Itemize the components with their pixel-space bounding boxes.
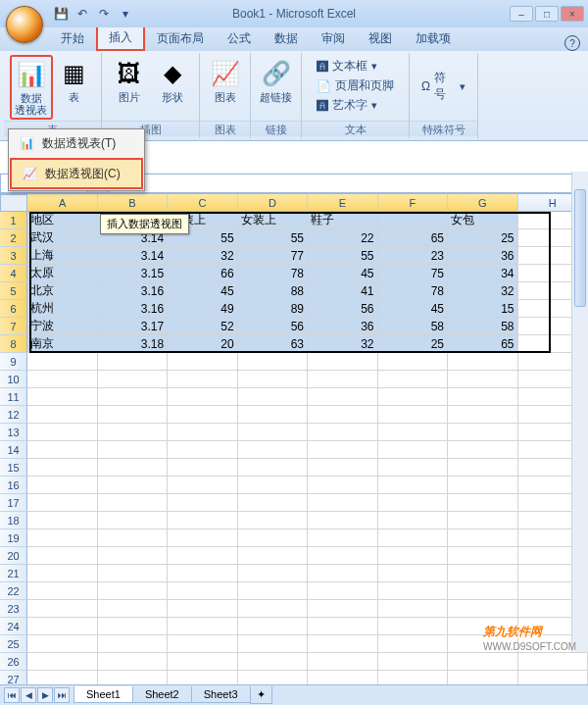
cell[interactable] [308, 565, 377, 582]
cell[interactable] [98, 494, 168, 512]
tab-nav-first[interactable]: ⏮ [4, 687, 20, 703]
cell[interactable] [378, 618, 448, 635]
cell[interactable] [378, 565, 448, 582]
cell[interactable] [378, 653, 448, 671]
cell[interactable] [168, 459, 237, 477]
cell[interactable] [27, 529, 97, 547]
cell[interactable] [168, 441, 237, 459]
cell[interactable]: 25 [378, 335, 448, 353]
cell[interactable]: 66 [168, 265, 237, 282]
tab-nav-next[interactable]: ▶ [37, 687, 53, 703]
tab-addins[interactable]: 加载项 [404, 26, 463, 51]
symbol-button[interactable]: Ω符号 ▾ [417, 69, 469, 104]
cell[interactable]: 75 [378, 265, 448, 282]
menu-pivot-chart[interactable]: 📈 数据透视图(C) [10, 158, 143, 189]
cell[interactable]: 武汉 [27, 229, 97, 247]
cell[interactable] [308, 353, 377, 371]
cell[interactable]: 太原 [27, 265, 97, 282]
row-header[interactable]: 9 [0, 353, 27, 371]
cell[interactable]: 58 [378, 318, 448, 335]
picture-button[interactable]: 🖼 图片 [108, 55, 151, 106]
cell[interactable]: 杭州 [27, 300, 97, 318]
cell[interactable] [308, 406, 377, 424]
cell[interactable]: 3.16 [98, 282, 168, 300]
cell[interactable] [27, 371, 97, 388]
cell[interactable] [238, 653, 308, 671]
cell[interactable] [27, 618, 97, 635]
tab-formulas[interactable]: 公式 [216, 26, 263, 51]
cell[interactable] [378, 582, 448, 600]
cell[interactable]: 34 [448, 265, 517, 282]
row-header[interactable]: 8 [0, 335, 27, 353]
cell[interactable]: 地区 [27, 212, 97, 229]
cell[interactable] [98, 371, 168, 388]
row-header[interactable]: 21 [0, 565, 27, 582]
cell[interactable] [27, 547, 97, 565]
row-header[interactable]: 16 [0, 477, 27, 494]
cell[interactable] [168, 582, 237, 600]
help-button[interactable]: ? [564, 35, 580, 51]
cell[interactable]: 41 [308, 282, 377, 300]
cell[interactable] [168, 671, 237, 684]
row-header[interactable]: 26 [0, 653, 27, 671]
row-header[interactable]: 24 [0, 618, 27, 635]
tab-home[interactable]: 开始 [49, 26, 96, 51]
cell[interactable] [27, 353, 97, 371]
sheet-tab-2[interactable]: Sheet2 [132, 686, 192, 703]
cell[interactable] [98, 477, 168, 494]
cell[interactable] [27, 477, 97, 494]
cell[interactable] [168, 547, 237, 565]
cell[interactable] [168, 388, 237, 406]
col-A[interactable]: A [27, 194, 97, 212]
cell[interactable] [308, 388, 377, 406]
cell[interactable]: 20 [168, 335, 237, 353]
cell[interactable] [168, 371, 237, 388]
minimize-button[interactable]: – [510, 6, 533, 22]
cell[interactable] [168, 353, 237, 371]
cell[interactable]: 3.14 [98, 247, 168, 265]
row-header[interactable]: 17 [0, 494, 27, 512]
new-sheet-button[interactable]: ✦ [250, 686, 272, 704]
cell[interactable]: 52 [168, 318, 237, 335]
cell[interactable] [238, 371, 308, 388]
tab-insert[interactable]: 插入 [96, 25, 145, 51]
cell[interactable] [378, 529, 448, 547]
cell[interactable] [378, 212, 448, 229]
cell[interactable] [238, 512, 308, 529]
cell[interactable]: 58 [448, 318, 517, 335]
cell[interactable] [308, 582, 377, 600]
hyperlink-button[interactable]: 🔗 超链接 [255, 55, 298, 106]
cell[interactable] [27, 671, 97, 684]
cell[interactable] [448, 371, 517, 388]
cell[interactable]: 3.17 [98, 318, 168, 335]
cell[interactable] [27, 424, 97, 441]
cell[interactable] [238, 441, 308, 459]
cell[interactable] [98, 459, 168, 477]
cell[interactable]: 88 [238, 282, 308, 300]
tab-pagelayout[interactable]: 页面布局 [145, 26, 216, 51]
grid[interactable]: 1地区女裤男装上女装上鞋子女包2武汉3.1455552265253上海3.143… [0, 212, 588, 684]
col-B[interactable]: B [98, 194, 168, 212]
cell[interactable] [308, 635, 377, 653]
cell[interactable] [98, 406, 168, 424]
cell[interactable] [238, 671, 308, 684]
shapes-button[interactable]: ◆ 形状 [151, 55, 194, 106]
cell[interactable]: 45 [168, 282, 237, 300]
col-E[interactable]: E [308, 194, 377, 212]
cell[interactable] [168, 529, 237, 547]
headerfooter-button[interactable]: 📄页眉和页脚 [313, 76, 398, 95]
col-G[interactable]: G [448, 194, 517, 212]
cell[interactable] [27, 441, 97, 459]
cell[interactable]: 49 [168, 300, 237, 318]
cell[interactable] [448, 671, 517, 684]
cell[interactable] [378, 388, 448, 406]
textbox-button[interactable]: 🅰文本框 ▾ [313, 57, 398, 76]
row-header[interactable]: 3 [0, 247, 27, 265]
cell[interactable] [448, 459, 517, 477]
cell[interactable] [98, 424, 168, 441]
row-header[interactable]: 10 [0, 371, 27, 388]
cell[interactable] [448, 565, 517, 582]
cell[interactable] [238, 618, 308, 635]
row-header[interactable]: 15 [0, 459, 27, 477]
cell[interactable]: 北京 [27, 282, 97, 300]
